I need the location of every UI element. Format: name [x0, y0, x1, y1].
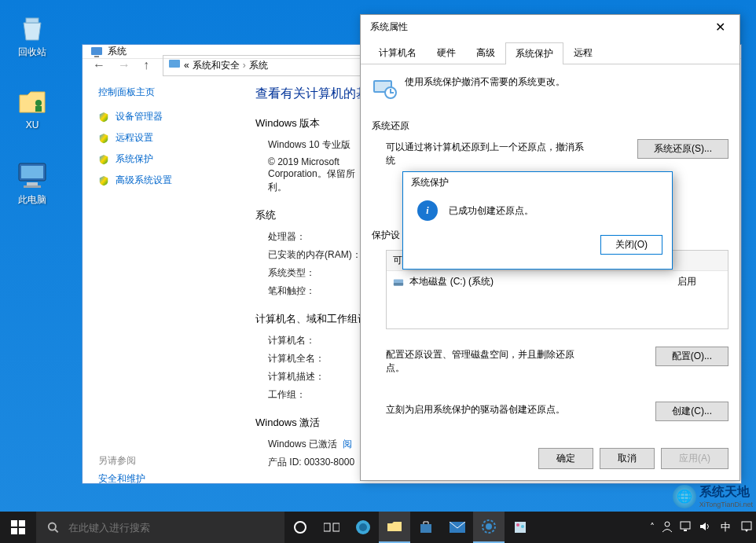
- task-view-button[interactable]: [316, 512, 347, 543]
- svg-point-28: [486, 523, 492, 530]
- info-icon: i: [417, 200, 438, 221]
- systray: ˄ 中: [650, 512, 756, 543]
- tray-network-icon[interactable]: [680, 521, 692, 534]
- svg-point-31: [516, 523, 519, 526]
- search-input[interactable]: [68, 522, 284, 534]
- windows-logo-icon: [11, 520, 25, 534]
- svg-rect-15: [11, 520, 17, 526]
- folder-icon: [16, 85, 49, 118]
- svg-rect-22: [324, 523, 330, 531]
- sidebar-item-label: 系统保护: [116, 152, 153, 166]
- breadcrumb-part[interactable]: 系统和安全: [193, 59, 240, 72]
- tray-chevron-icon[interactable]: ˄: [650, 522, 655, 533]
- svg-rect-18: [19, 528, 25, 534]
- svg-rect-26: [420, 524, 431, 533]
- breadcrumb-part[interactable]: 系统: [249, 59, 268, 72]
- ime-indicator[interactable]: 中: [717, 520, 734, 534]
- see-also-link[interactable]: 安全和维护: [98, 472, 232, 486]
- close-button[interactable]: ✕: [707, 18, 733, 36]
- watermark: 🌐 系统天地 XiTongTianDi.net: [673, 484, 753, 508]
- taskbar-search[interactable]: [36, 512, 284, 543]
- drive-status: 启用: [677, 275, 696, 288]
- cortana-button[interactable]: [284, 512, 316, 543]
- tab-computer-name[interactable]: 计算机名: [369, 42, 427, 64]
- watermark-sub: XiTongTianDi.net: [699, 501, 753, 508]
- activation-link[interactable]: 阅: [343, 438, 352, 449]
- action-center-icon[interactable]: [740, 520, 753, 535]
- drive-name: 本地磁盘 (C:) (系统): [409, 276, 494, 287]
- intro-text: 使用系统保护撤消不需要的系统更改。: [405, 75, 565, 89]
- shield-icon: [98, 133, 109, 144]
- paint-button[interactable]: [505, 512, 536, 543]
- desktop-icon-label: 回收站: [5, 46, 60, 59]
- cancel-button[interactable]: 取消: [600, 448, 655, 469]
- svg-rect-5: [27, 182, 38, 185]
- tabs: 计算机名 硬件 高级 系统保护 远程: [361, 39, 739, 64]
- sidebar-item-label: 远程设置: [116, 131, 153, 145]
- mail-button[interactable]: [442, 512, 473, 543]
- paint-icon: [513, 520, 527, 534]
- svg-point-1: [35, 100, 42, 106]
- system-sidebar: 控制面板主页 设备管理器 远程设置 系统保护 高级系统设置 另请参阅 安全和维护: [83, 75, 240, 497]
- shield-icon: [98, 175, 109, 186]
- breadcrumb-prefix: «: [184, 60, 189, 71]
- gear-icon: [482, 519, 496, 534]
- svg-rect-30: [515, 522, 526, 533]
- message-title: 系统保护: [403, 172, 672, 193]
- sidebar-item-system-protection[interactable]: 系统保护: [98, 152, 232, 166]
- config-desc: 配置还原设置、管理磁盘空间，并且删除还原点。: [372, 348, 592, 375]
- desktop-icon-recycle-bin[interactable]: 回收站: [5, 11, 60, 59]
- svg-rect-36: [742, 522, 751, 530]
- svg-rect-23: [333, 523, 339, 531]
- desktop-icon-label: 此电脑: [5, 193, 60, 207]
- message-close-button[interactable]: 关闭(O): [600, 235, 662, 255]
- message-text: 已成功创建还原点。: [449, 204, 534, 218]
- desktop-icon-user-folder[interactable]: XU: [5, 85, 60, 130]
- sidebar-item-remote-settings[interactable]: 远程设置: [98, 131, 232, 145]
- sidebar-item-label: 设备管理器: [116, 110, 163, 123]
- svg-point-33: [665, 522, 670, 526]
- svg-rect-0: [26, 18, 39, 23]
- explorer-button[interactable]: [379, 512, 410, 543]
- tray-people-icon[interactable]: [661, 520, 673, 535]
- ok-button[interactable]: 确定: [538, 448, 593, 469]
- start-button[interactable]: [0, 512, 36, 543]
- recycle-bin-icon: [16, 11, 49, 44]
- sidebar-item-advanced-settings[interactable]: 高级系统设置: [98, 174, 232, 187]
- svg-point-19: [49, 523, 56, 530]
- taskbar: ˄ 中: [0, 512, 756, 543]
- tab-remote[interactable]: 远程: [563, 42, 603, 64]
- store-button[interactable]: [410, 512, 442, 543]
- apply-button[interactable]: 应用(A): [661, 448, 728, 469]
- configure-button[interactable]: 配置(O)...: [655, 347, 728, 366]
- settings-button[interactable]: [473, 512, 505, 543]
- search-icon: [47, 521, 59, 534]
- dialog-titlebar: 系统属性 ✕: [361, 15, 739, 39]
- this-pc-icon: [16, 159, 49, 192]
- tab-advanced[interactable]: 高级: [466, 42, 505, 64]
- tab-hardware[interactable]: 硬件: [427, 42, 466, 64]
- nav-back-icon[interactable]: ←: [89, 57, 109, 74]
- svg-rect-9: [169, 60, 180, 68]
- sidebar-item-device-manager[interactable]: 设备管理器: [98, 110, 232, 123]
- system-restore-button[interactable]: 系统还原(S)...: [637, 139, 728, 159]
- mail-icon: [450, 522, 465, 533]
- svg-rect-2: [35, 106, 42, 112]
- create-button[interactable]: 创建(C)...: [655, 402, 728, 421]
- nav-up-icon[interactable]: ↑: [139, 57, 153, 74]
- dialog-title: 系统属性: [370, 20, 408, 34]
- tab-system-protection[interactable]: 系统保护: [505, 42, 563, 64]
- tray-volume-icon[interactable]: [699, 521, 711, 534]
- desktop-icon-this-pc[interactable]: 此电脑: [5, 159, 60, 207]
- edge-button[interactable]: [347, 512, 379, 543]
- svg-point-25: [359, 523, 367, 531]
- nav-forward-icon[interactable]: →: [114, 57, 134, 74]
- store-icon: [419, 520, 433, 534]
- svg-rect-4: [21, 166, 43, 178]
- svg-rect-35: [684, 530, 687, 531]
- cortana-icon: [293, 520, 307, 534]
- system-protection-icon: [372, 75, 397, 101]
- sidebar-home-link[interactable]: 控制面板主页: [98, 86, 232, 99]
- drive-row[interactable]: 本地磁盘 (C:) (系统) 启用: [387, 271, 728, 292]
- breadcrumb-sep: ›: [243, 60, 246, 71]
